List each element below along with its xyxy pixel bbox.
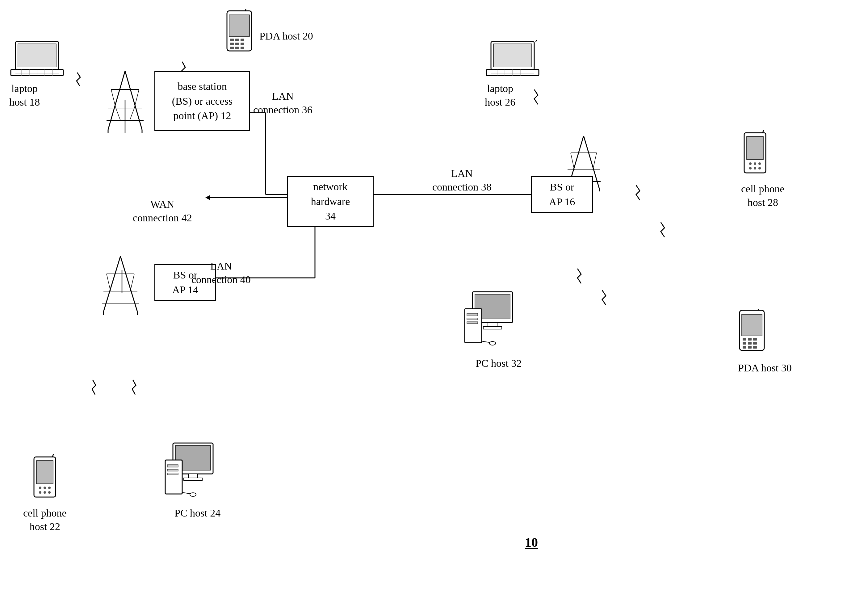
svg-rect-34 [240,47,244,49]
svg-point-125 [190,493,196,496]
svg-rect-80 [753,338,757,340]
svg-rect-27 [235,39,239,41]
svg-rect-85 [748,346,752,348]
svg-rect-25 [229,15,250,36]
label-pc32: PC host 32 [476,357,521,370]
svg-line-36 [108,71,125,130]
svg-rect-28 [240,39,244,41]
label-wan42: WANconnection 42 [133,198,192,225]
svg-rect-32 [230,47,234,49]
svg-point-113 [39,491,41,494]
diagram-number: 10 [525,534,538,551]
svg-rect-33 [235,47,239,49]
label-laptop18: laptophost 18 [9,82,40,109]
svg-rect-93 [467,313,478,316]
svg-rect-68 [747,136,763,159]
svg-point-75 [759,167,761,170]
svg-point-111 [44,487,46,489]
laptop-host-18 [9,40,65,81]
label-bs16: BS orAP 16 [549,180,575,209]
svg-rect-84 [743,346,746,348]
antenna-bs12 [105,71,145,134]
svg-rect-77 [742,314,762,336]
label-lan36: LANconnection 36 [253,89,312,117]
svg-point-74 [754,167,756,170]
svg-rect-26 [230,39,234,41]
svg-point-71 [754,162,756,165]
svg-line-37 [125,71,142,130]
label-cellphone28: cell phonehost 28 [741,182,785,209]
svg-rect-79 [748,338,752,340]
svg-point-110 [39,487,41,489]
box-network-hardware: networkhardware34 [287,176,374,227]
laptop-host-26 [485,40,540,81]
svg-point-97 [489,342,496,345]
pda-host-30 [735,309,769,359]
pc-host-24 [164,442,225,504]
label-pda30: PDA host 30 [738,361,792,375]
svg-rect-122 [167,469,178,471]
box-bs16: BS orAP 16 [531,176,593,213]
svg-rect-83 [753,342,757,345]
svg-rect-82 [748,342,752,345]
svg-rect-123 [167,473,178,475]
svg-rect-81 [743,342,746,345]
svg-rect-31 [240,43,244,45]
label-nh34: networkhardware34 [311,180,350,223]
svg-rect-108 [36,460,53,484]
svg-rect-95 [467,322,478,323]
label-pda20: PDA host 20 [259,29,313,43]
svg-line-41 [111,89,116,108]
svg-rect-94 [467,318,478,320]
svg-point-70 [749,162,752,165]
svg-rect-48 [493,44,532,67]
svg-point-114 [44,491,46,494]
network-diagram: laptophost 18 PDA host 20 [0,0,868,615]
label-bs12: base station(BS) or accesspoint (AP) 12 [172,79,233,123]
label-lan38: LANconnection 38 [432,167,492,194]
svg-rect-78 [743,338,746,340]
svg-line-42 [134,89,139,108]
svg-rect-91 [483,327,502,329]
label-pc24: PC host 24 [175,506,220,520]
cellphone-host-22 [31,454,59,504]
svg-line-64 [593,153,596,170]
pda-host-20 [222,9,256,60]
label-laptop26: laptophost 26 [485,82,515,109]
svg-rect-86 [753,346,757,348]
box-bs12: base station(BS) or accesspoint (AP) 12 [155,71,250,131]
label-cellphone22: cell phonehost 22 [23,506,67,534]
svg-rect-121 [167,465,178,467]
svg-line-43 [116,108,120,120]
svg-line-104 [130,274,134,291]
svg-point-73 [749,167,752,170]
svg-line-44 [130,108,134,120]
svg-rect-29 [230,43,234,45]
svg-rect-15 [18,44,56,67]
svg-rect-119 [184,478,202,481]
svg-point-115 [48,491,51,494]
svg-line-57 [536,40,539,42]
svg-line-103 [106,274,111,291]
cellphone-host-28 [741,130,769,180]
label-lan40: LANconnection 40 [192,259,251,287]
pc-host-32 [463,290,525,353]
svg-point-112 [48,487,51,489]
antenna-bs14 [100,256,141,316]
svg-marker-10 [205,195,210,200]
svg-line-63 [571,153,575,170]
svg-rect-30 [235,43,239,45]
svg-point-72 [759,162,761,165]
